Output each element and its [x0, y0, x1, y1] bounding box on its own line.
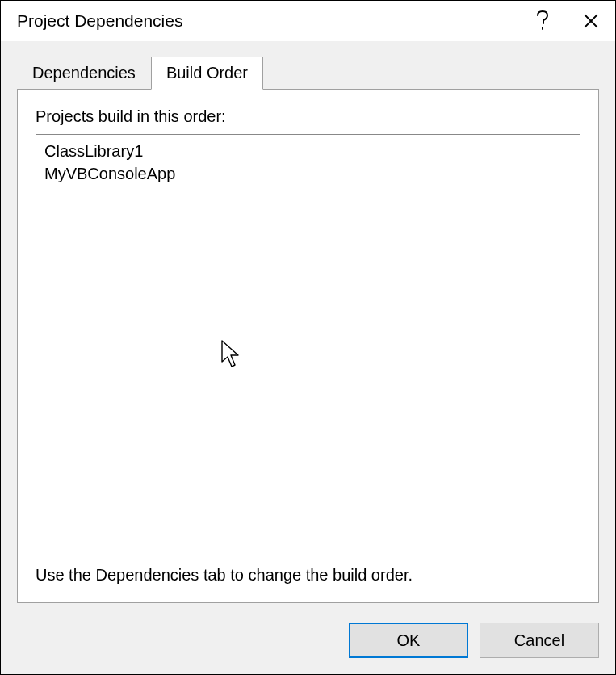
button-row: OK Cancel	[17, 623, 599, 658]
help-icon	[536, 10, 549, 31]
list-item: MyVBConsoleApp	[44, 162, 572, 185]
close-icon	[583, 13, 599, 29]
cancel-button-label: Cancel	[514, 631, 564, 649]
client-area: Dependencies Build Order Projects build …	[1, 41, 615, 674]
titlebar: Project Dependencies	[1, 1, 615, 41]
tab-build-order[interactable]: Build Order	[151, 57, 263, 90]
ok-button-label: OK	[397, 631, 421, 649]
tab-build-order-label: Build Order	[166, 64, 248, 82]
projects-list-label: Projects build in this order:	[36, 107, 580, 126]
tab-strip: Dependencies Build Order	[17, 56, 599, 89]
tab-panel-build-order: Projects build in this order: ClassLibra…	[17, 89, 599, 603]
titlebar-controls	[518, 1, 615, 41]
list-item: ClassLibrary1	[44, 140, 572, 162]
dialog-window: Project Dependencies Dependencies Build …	[0, 0, 616, 675]
tab-dependencies[interactable]: Dependencies	[17, 57, 151, 90]
window-title: Project Dependencies	[17, 11, 518, 31]
close-button[interactable]	[567, 1, 615, 41]
hint-text: Use the Dependencies tab to change the b…	[36, 566, 580, 585]
ok-button[interactable]: OK	[349, 623, 468, 658]
cancel-button[interactable]: Cancel	[480, 623, 599, 658]
projects-list[interactable]: ClassLibrary1 MyVBConsoleApp	[36, 134, 580, 543]
help-button[interactable]	[518, 1, 567, 41]
tab-dependencies-label: Dependencies	[32, 64, 136, 82]
